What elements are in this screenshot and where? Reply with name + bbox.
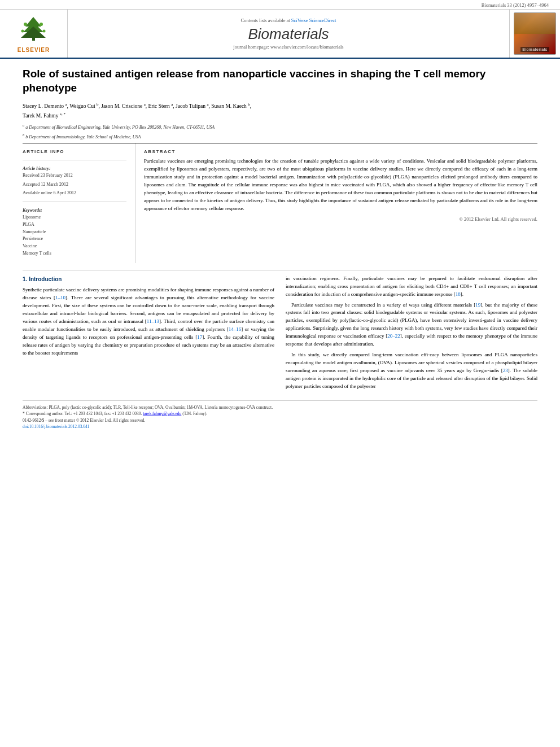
doi-link[interactable]: doi:10.1016/j.biomaterials.2012.03.041: [23, 424, 90, 429]
article-info-column: Article Info Article history: Received 2…: [23, 143, 135, 263]
online-date: Available online 6 April 2012: [23, 190, 126, 196]
abstract-text: Particulate vaccines are emerging promis…: [144, 158, 537, 213]
affiliation-a: a a Department of Biomedical Engineering…: [23, 123, 537, 131]
journal-citation: Biomaterials 33 (2012) 4957–4964: [482, 2, 549, 8]
abstract-column: Abstract Particulate vaccines are emergi…: [135, 143, 537, 263]
info-abstract-row: Article Info Article history: Received 2…: [23, 143, 537, 263]
journal-title: Biomaterials: [248, 25, 329, 43]
biomaterials-logo-text: Biomaterials: [520, 47, 549, 52]
article-title: Role of sustained antigen release from n…: [23, 67, 537, 95]
elsevier-brand: ELSEVIER: [18, 47, 50, 53]
biomaterials-cover-image: Biomaterials: [514, 12, 556, 55]
keyword-2: PLGA: [23, 221, 126, 229]
article-footer: Abbreviations: PLGA, poly (lactic co-gly…: [23, 400, 537, 430]
corresponding-note: * Corresponding author. Tel.: +1 203 432…: [23, 410, 537, 417]
article-content: Role of sustained antigen release from n…: [0, 59, 560, 438]
svg-point-5: [40, 23, 43, 26]
received-date: Received 23 February 2012: [23, 172, 126, 178]
issn-line: 0142-9612/$ – see front matter © 2012 El…: [23, 418, 537, 423]
history-label: Article history:: [23, 166, 126, 171]
body-left-column: 1. Introduction Synthetic particulate va…: [23, 275, 274, 394]
footer-email-link[interactable]: tarek.fahmy@yale.edu: [143, 411, 181, 416]
keyword-4: Persistence: [23, 235, 126, 243]
biomaterials-logo-box: Biomaterials: [509, 10, 560, 58]
svg-point-7: [42, 30, 45, 33]
intro-body-right: in vaccination regimens. Finally, partic…: [286, 275, 537, 391]
keyword-3: Nanoparticle: [23, 229, 126, 236]
accepted-date: Accepted 12 March 2012: [23, 181, 126, 187]
sciverse-anchor[interactable]: SciVerse ScienceDirect: [291, 18, 336, 23]
svg-point-6: [21, 30, 24, 33]
citation-bar: Biomaterials 33 (2012) 4957–4964: [0, 0, 560, 10]
affiliation-b: b b Department of Immunobiology, Yale Sc…: [23, 132, 537, 141]
intro-heading: 1. Introduction: [23, 275, 274, 284]
keyword-1: Liposome: [23, 214, 126, 221]
keyword-5: Vaccine: [23, 243, 126, 250]
doi-line: doi:10.1016/j.biomaterials.2012.03.041: [23, 424, 537, 429]
body-columns: 1. Introduction Synthetic particulate va…: [23, 275, 537, 394]
elsevier-logo-box: ELSEVIER: [0, 10, 68, 58]
intro-body-left: Synthetic particulate vaccine delivery s…: [23, 286, 274, 357]
copyright-line: © 2012 Elsevier Ltd. All rights reserved…: [144, 216, 537, 222]
body-right-column: in vaccination regimens. Finally, partic…: [286, 275, 537, 394]
authors-line: Stacey L. Demento a, Weiguo Cui b, Jason…: [23, 102, 537, 120]
journal-homepage: journal homepage: www.elsevier.com/locat…: [233, 44, 343, 50]
svg-point-4: [24, 23, 27, 26]
abbreviations-note: Abbreviations: PLGA, poly (lactic co-gly…: [23, 404, 537, 410]
keywords-section: Keywords: Liposome PLGA Nanoparticle Per…: [23, 208, 126, 257]
journal-header: ELSEVIER Contents lists available at Sci…: [0, 10, 560, 59]
journal-center: Contents lists available at SciVerse Sci…: [68, 10, 509, 58]
article-info-heading: Article Info: [23, 149, 126, 154]
keyword-6: Memory T cells: [23, 250, 126, 257]
abstract-heading: Abstract: [144, 149, 537, 154]
keywords-label: Keywords:: [23, 208, 126, 213]
sciverse-link: Contents lists available at SciVerse Sci…: [241, 18, 336, 23]
elsevier-tree-icon: [14, 14, 54, 45]
